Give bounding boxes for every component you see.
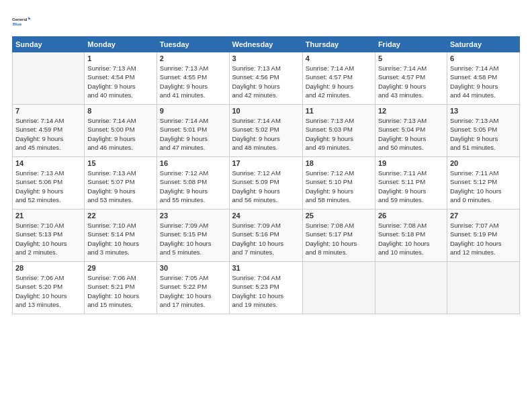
day-info: Sunrise: 7:12 AM Sunset: 5:08 PM Dayligh… <box>160 169 226 204</box>
day-info: Sunrise: 7:14 AM Sunset: 4:58 PM Dayligh… <box>450 64 517 99</box>
weekday-header-sunday: Sunday <box>13 37 85 52</box>
svg-text:Blue: Blue <box>13 22 22 26</box>
calendar-cell: 11Sunrise: 7:13 AM Sunset: 5:03 PM Dayli… <box>302 105 375 157</box>
day-info: Sunrise: 7:06 AM Sunset: 5:21 PM Dayligh… <box>87 273 153 309</box>
day-info: Sunrise: 7:13 AM Sunset: 5:05 PM Dayligh… <box>450 116 517 152</box>
calendar-cell: 12Sunrise: 7:13 AM Sunset: 5:04 PM Dayli… <box>375 105 447 157</box>
day-number: 26 <box>378 212 444 220</box>
calendar-cell: 31Sunrise: 7:04 AM Sunset: 5:23 PM Dayli… <box>229 262 302 314</box>
day-number: 31 <box>232 264 300 272</box>
svg-marker-2 <box>28 17 31 19</box>
day-number: 11 <box>306 107 372 115</box>
calendar-cell: 25Sunrise: 7:08 AM Sunset: 5:17 PM Dayli… <box>302 210 375 262</box>
day-info: Sunrise: 7:09 AM Sunset: 5:15 PM Dayligh… <box>160 221 226 257</box>
calendar-cell: 6Sunrise: 7:14 AM Sunset: 4:58 PM Daylig… <box>447 52 519 105</box>
day-info: Sunrise: 7:06 AM Sunset: 5:20 PM Dayligh… <box>15 273 81 309</box>
calendar-cell: 2Sunrise: 7:13 AM Sunset: 4:55 PM Daylig… <box>157 52 229 105</box>
day-number: 8 <box>87 107 153 115</box>
calendar-cell <box>447 262 519 314</box>
calendar-cell: 28Sunrise: 7:06 AM Sunset: 5:20 PM Dayli… <box>13 262 85 314</box>
calendar-cell: 13Sunrise: 7:13 AM Sunset: 5:05 PM Dayli… <box>447 105 519 157</box>
calendar-cell: 5Sunrise: 7:14 AM Sunset: 4:57 PM Daylig… <box>375 52 447 105</box>
day-number: 18 <box>306 159 372 167</box>
calendar-cell: 26Sunrise: 7:08 AM Sunset: 5:18 PM Dayli… <box>375 210 447 262</box>
day-info: Sunrise: 7:08 AM Sunset: 5:18 PM Dayligh… <box>378 221 444 257</box>
day-number: 14 <box>15 159 81 167</box>
day-number: 6 <box>450 54 517 62</box>
day-number: 29 <box>87 264 153 272</box>
calendar-cell: 18Sunrise: 7:12 AM Sunset: 5:10 PM Dayli… <box>302 157 375 210</box>
day-number: 17 <box>232 159 300 167</box>
calendar-cell: 9Sunrise: 7:14 AM Sunset: 5:01 PM Daylig… <box>157 105 229 157</box>
header: General Blue <box>12 12 520 31</box>
day-info: Sunrise: 7:08 AM Sunset: 5:17 PM Dayligh… <box>306 221 372 257</box>
weekday-header-saturday: Saturday <box>447 37 519 52</box>
day-info: Sunrise: 7:14 AM Sunset: 5:02 PM Dayligh… <box>232 116 300 152</box>
day-info: Sunrise: 7:14 AM Sunset: 5:01 PM Dayligh… <box>160 116 226 152</box>
weekday-header-friday: Friday <box>375 37 447 52</box>
calendar-cell: 30Sunrise: 7:05 AM Sunset: 5:22 PM Dayli… <box>157 262 229 314</box>
logo: General Blue <box>12 12 31 31</box>
day-info: Sunrise: 7:13 AM Sunset: 4:55 PM Dayligh… <box>160 64 226 99</box>
calendar-cell: 29Sunrise: 7:06 AM Sunset: 5:21 PM Dayli… <box>85 262 157 314</box>
calendar-cell <box>375 262 447 314</box>
calendar-cell: 19Sunrise: 7:11 AM Sunset: 5:11 PM Dayli… <box>375 157 447 210</box>
calendar-table: SundayMondayTuesdayWednesdayThursdayFrid… <box>12 36 520 314</box>
day-number: 22 <box>87 212 153 220</box>
day-info: Sunrise: 7:14 AM Sunset: 4:59 PM Dayligh… <box>15 116 81 152</box>
weekday-header-monday: Monday <box>85 37 157 52</box>
weekday-header-wednesday: Wednesday <box>229 37 302 52</box>
calendar-cell <box>13 52 85 105</box>
day-number: 10 <box>232 107 300 115</box>
calendar-week-1: 1Sunrise: 7:13 AM Sunset: 4:54 PM Daylig… <box>13 52 520 105</box>
calendar-cell: 24Sunrise: 7:09 AM Sunset: 5:16 PM Dayli… <box>229 210 302 262</box>
day-number: 13 <box>450 107 517 115</box>
day-number: 25 <box>306 212 372 220</box>
day-number: 12 <box>378 107 444 115</box>
calendar-cell <box>302 262 375 314</box>
weekday-header-tuesday: Tuesday <box>157 37 229 52</box>
calendar-cell: 14Sunrise: 7:13 AM Sunset: 5:06 PM Dayli… <box>13 157 85 210</box>
calendar-cell: 22Sunrise: 7:10 AM Sunset: 5:14 PM Dayli… <box>85 210 157 262</box>
day-number: 7 <box>15 107 81 115</box>
calendar-cell: 10Sunrise: 7:14 AM Sunset: 5:02 PM Dayli… <box>229 105 302 157</box>
day-info: Sunrise: 7:09 AM Sunset: 5:16 PM Dayligh… <box>232 221 300 257</box>
calendar-cell: 16Sunrise: 7:12 AM Sunset: 5:08 PM Dayli… <box>157 157 229 210</box>
day-number: 19 <box>378 159 444 167</box>
calendar-cell: 20Sunrise: 7:11 AM Sunset: 5:12 PM Dayli… <box>447 157 519 210</box>
day-info: Sunrise: 7:13 AM Sunset: 5:06 PM Dayligh… <box>15 169 81 204</box>
calendar-week-3: 14Sunrise: 7:13 AM Sunset: 5:06 PM Dayli… <box>13 157 520 210</box>
day-info: Sunrise: 7:10 AM Sunset: 5:14 PM Dayligh… <box>87 221 153 257</box>
day-info: Sunrise: 7:13 AM Sunset: 5:07 PM Dayligh… <box>87 169 153 204</box>
day-info: Sunrise: 7:10 AM Sunset: 5:13 PM Dayligh… <box>15 221 81 257</box>
calendar-cell: 17Sunrise: 7:12 AM Sunset: 5:09 PM Dayli… <box>229 157 302 210</box>
calendar-cell: 27Sunrise: 7:07 AM Sunset: 5:19 PM Dayli… <box>447 210 519 262</box>
calendar-cell: 23Sunrise: 7:09 AM Sunset: 5:15 PM Dayli… <box>157 210 229 262</box>
weekday-header-row: SundayMondayTuesdayWednesdayThursdayFrid… <box>13 37 520 52</box>
calendar-cell: 8Sunrise: 7:14 AM Sunset: 5:00 PM Daylig… <box>85 105 157 157</box>
calendar-cell: 4Sunrise: 7:14 AM Sunset: 4:57 PM Daylig… <box>302 52 375 105</box>
svg-text:General: General <box>12 17 28 21</box>
day-number: 16 <box>160 159 226 167</box>
day-info: Sunrise: 7:12 AM Sunset: 5:09 PM Dayligh… <box>232 169 300 204</box>
day-info: Sunrise: 7:04 AM Sunset: 5:23 PM Dayligh… <box>232 273 300 309</box>
day-number: 9 <box>160 107 226 115</box>
day-info: Sunrise: 7:14 AM Sunset: 4:57 PM Dayligh… <box>378 64 444 99</box>
logo-icon: General Blue <box>12 12 31 31</box>
calendar-cell: 3Sunrise: 7:13 AM Sunset: 4:56 PM Daylig… <box>229 52 302 105</box>
calendar-week-5: 28Sunrise: 7:06 AM Sunset: 5:20 PM Dayli… <box>13 262 520 314</box>
calendar-week-2: 7Sunrise: 7:14 AM Sunset: 4:59 PM Daylig… <box>13 105 520 157</box>
day-number: 1 <box>87 54 153 62</box>
day-info: Sunrise: 7:14 AM Sunset: 5:00 PM Dayligh… <box>87 116 153 152</box>
day-info: Sunrise: 7:05 AM Sunset: 5:22 PM Dayligh… <box>160 273 226 309</box>
day-info: Sunrise: 7:07 AM Sunset: 5:19 PM Dayligh… <box>450 221 517 257</box>
day-number: 15 <box>87 159 153 167</box>
day-number: 24 <box>232 212 300 220</box>
day-number: 28 <box>15 264 81 272</box>
day-number: 2 <box>160 54 226 62</box>
day-number: 4 <box>306 54 372 62</box>
day-number: 21 <box>15 212 81 220</box>
day-number: 23 <box>160 212 226 220</box>
day-number: 30 <box>160 264 226 272</box>
day-number: 5 <box>378 54 444 62</box>
